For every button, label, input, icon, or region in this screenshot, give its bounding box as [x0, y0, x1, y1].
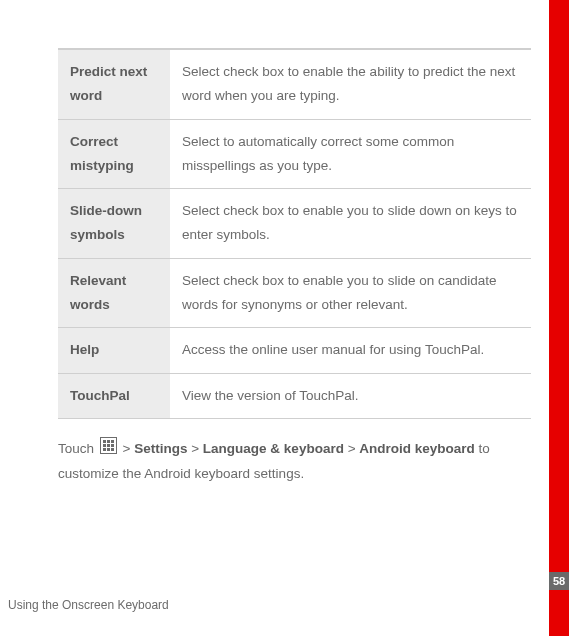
- setting-desc: View the version of TouchPal.: [170, 373, 531, 418]
- setting-desc: Access the online user manual for using …: [170, 328, 531, 373]
- table-row: Correct mistyping Select to automaticall…: [58, 119, 531, 189]
- path-language-keyboard: Language & keyboard: [203, 441, 344, 456]
- svg-rect-2: [107, 440, 110, 443]
- instruction-pre: Touch: [58, 441, 94, 456]
- svg-rect-9: [111, 448, 114, 451]
- svg-rect-5: [107, 444, 110, 447]
- apps-grid-icon: [100, 437, 117, 462]
- table-row: Help Access the online user manual for u…: [58, 328, 531, 373]
- edge-bar-top: [549, 0, 569, 572]
- setting-desc: Select check box to enable the ability t…: [170, 49, 531, 119]
- page-number: 58: [549, 572, 569, 590]
- setting-desc: Select check box to enable you to slide …: [170, 189, 531, 259]
- svg-rect-8: [107, 448, 110, 451]
- separator: >: [344, 441, 359, 456]
- svg-rect-7: [103, 448, 106, 451]
- path-android-keyboard: Android keyboard: [359, 441, 475, 456]
- separator: >: [123, 441, 135, 456]
- table-row: Slide-down symbols Select check box to e…: [58, 189, 531, 259]
- svg-rect-3: [111, 440, 114, 443]
- setting-label: Correct mistyping: [58, 119, 170, 189]
- setting-label: Slide-down symbols: [58, 189, 170, 259]
- settings-table: Predict next word Select check box to en…: [58, 48, 531, 419]
- svg-rect-4: [103, 444, 106, 447]
- table-row: Relevant words Select check box to enabl…: [58, 258, 531, 328]
- table-row: TouchPal View the version of TouchPal.: [58, 373, 531, 418]
- setting-label: Relevant words: [58, 258, 170, 328]
- setting-label: Help: [58, 328, 170, 373]
- footer-section-label: Using the Onscreen Keyboard: [8, 598, 169, 612]
- instruction-text: Touch > Settings > Language & keyboard >…: [58, 437, 531, 487]
- separator: >: [187, 441, 202, 456]
- table-row: Predict next word Select check box to en…: [58, 49, 531, 119]
- edge-bar-bottom: [549, 590, 569, 636]
- svg-rect-1: [103, 440, 106, 443]
- svg-rect-6: [111, 444, 114, 447]
- setting-desc: Select check box to enable you to slide …: [170, 258, 531, 328]
- path-settings: Settings: [134, 441, 187, 456]
- setting-label: TouchPal: [58, 373, 170, 418]
- setting-desc: Select to automatically correct some com…: [170, 119, 531, 189]
- setting-label: Predict next word: [58, 49, 170, 119]
- page-edge-bar: 58: [549, 0, 569, 636]
